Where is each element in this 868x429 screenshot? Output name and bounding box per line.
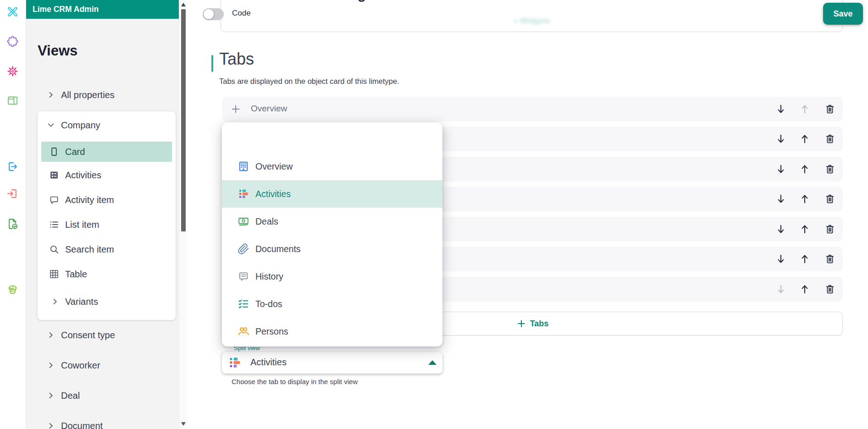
app-title-bar: Lime CRM Admin [26,0,179,19]
sidebar-item-list-item[interactable]: List item [38,214,176,235]
sidebar-item-table[interactable]: Table [38,264,176,284]
dropdown-item-label: Overview [255,161,293,172]
move-up-icon [799,103,811,115]
sidebar-item-label: Deal [61,390,80,401]
people-icon [238,325,249,337]
delete-trash-icon[interactable] [824,253,836,265]
code-toggle-label: Code [232,9,251,18]
chevron-right-icon [46,421,56,429]
dropdown-item-todos[interactable]: To-dos [222,290,442,318]
scrollbar-up-arrow-icon[interactable] [181,3,186,6]
chevron-down-icon [46,120,56,130]
chevron-right-icon [46,90,56,100]
dropdown-item-persons[interactable]: Persons [222,318,442,345]
export-icon[interactable] [6,160,19,173]
cupcake-icon[interactable] [6,284,19,296]
move-down-icon[interactable] [775,103,787,115]
widgets-section-card: Widgets + Widgets [221,0,843,32]
dropdown-item-documents[interactable]: Documents [222,235,442,263]
clipped-section-heading: Widgets [332,0,386,2]
move-down-icon [775,283,787,295]
sidebar-item-document[interactable]: Document [46,419,103,429]
dropdown-item-label: Activities [255,189,291,199]
document-check-icon[interactable] [6,218,19,230]
building-icon [238,160,249,172]
scrollbar-thumb[interactable] [181,9,186,231]
dropdown-item-deals[interactable]: Deals [222,208,442,235]
section-accent-bar [211,55,213,72]
sidebar-item-consent-type[interactable]: Consent type [46,329,115,341]
sidebar-item-label: Table [65,269,87,280]
dropdown-item-activities[interactable]: Activities [222,180,442,208]
sidebar-item-variants[interactable]: Variants [50,295,98,308]
sidebar: Lime CRM Admin Views All properties Comp… [26,0,179,429]
sidebar-item-label: Activities [65,170,101,181]
move-up-icon[interactable] [799,223,811,235]
delete-trash-icon[interactable] [824,163,836,175]
collapse-caret-icon[interactable] [428,360,437,365]
card-icon [49,146,60,157]
move-up-icon[interactable] [799,193,811,205]
dropdown-item-overview[interactable]: Overview [222,153,442,180]
move-down-icon[interactable] [775,133,787,145]
sidebar-item-label: All properties [61,90,115,100]
move-up-icon[interactable] [799,133,811,145]
move-up-icon[interactable] [799,163,811,175]
sidebar-item-label: Search item [65,244,114,255]
dropdown-item-label: Persons [255,326,288,337]
activities-view-icon [49,170,60,181]
move-down-icon[interactable] [775,223,787,235]
dropdown-item-label: To-dos [255,299,282,309]
delete-trash-icon[interactable] [824,223,836,235]
expand-plus-icon[interactable] [230,104,241,115]
move-up-icon[interactable] [799,283,811,295]
chevron-right-icon [50,297,60,307]
banknote-icon [238,215,249,227]
search-icon [49,244,60,255]
tabs-section-description: Tabs are displayed on the object card of… [219,77,399,86]
delete-trash-icon[interactable] [824,283,836,295]
app-window: Lime CRM Admin Views All properties Comp… [0,0,868,429]
sidebar-item-all-properties[interactable]: All properties [46,88,115,101]
tab-row-label: Overview [251,104,287,114]
save-button[interactable]: Save [823,3,863,25]
design-tools-icon[interactable] [6,6,19,18]
sidebar-item-label: List item [65,220,99,230]
move-down-icon[interactable] [775,163,787,175]
sidebar-item-company[interactable]: Company [46,119,100,132]
sidebar-item-label: Consent type [61,330,115,341]
dropdown-item-label: History [255,271,283,282]
activities-icon [238,188,249,200]
move-down-icon[interactable] [775,193,787,205]
gear-icon[interactable] [6,65,19,77]
code-toggle[interactable] [203,8,224,20]
sidebar-item-search-item[interactable]: Search item [38,239,176,259]
sidebar-scrollbar[interactable] [179,0,187,429]
sidebar-item-activity-item[interactable]: Activity item [38,190,176,210]
tab-row[interactable]: Overview [222,97,843,121]
sidebar-item-deal[interactable]: Deal [46,389,80,402]
delete-trash-icon[interactable] [824,193,836,205]
dropdown-item-label: Deals [255,216,278,227]
dropdown-item-history[interactable]: History [222,263,442,290]
sidebar-item-card[interactable]: Card [41,142,172,162]
toggle-knob [204,9,214,19]
note-icon [238,270,249,282]
move-down-icon[interactable] [775,253,787,265]
move-up-icon[interactable] [799,253,811,265]
puzzle-icon[interactable] [6,35,19,48]
sidebar-item-activities[interactable]: Activities [38,165,176,185]
speech-bubble-icon [49,194,60,205]
list-icon [49,219,60,230]
plus-icon [517,319,526,328]
import-icon[interactable] [6,187,19,200]
delete-trash-icon[interactable] [824,103,836,115]
main-content: Widgets + Widgets Code Tabs Tabs are dis… [187,0,868,429]
sidebar-item-label: Activity item [65,195,114,205]
layout-icon[interactable] [6,94,19,107]
delete-trash-icon[interactable] [824,133,836,145]
activities-icon [228,356,242,369]
split-view-select[interactable]: Activities [222,352,442,374]
sidebar-item-coworker[interactable]: Coworker [46,359,100,372]
scrollbar-down-arrow-icon[interactable] [181,422,186,426]
